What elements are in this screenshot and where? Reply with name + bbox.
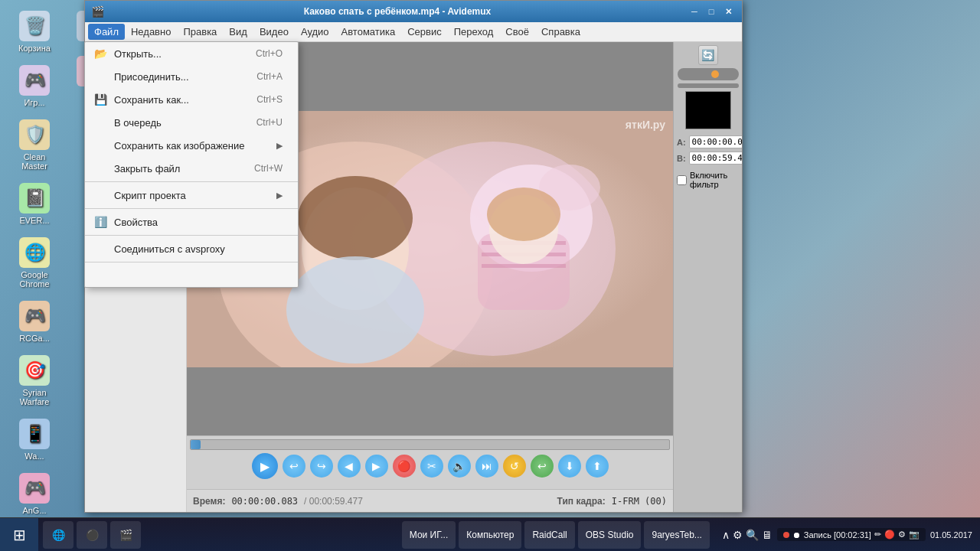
seek-slider[interactable]	[678, 83, 739, 88]
record-btn-icon[interactable]: ⏺	[792, 530, 801, 540]
desktop-icon-trash[interactable]: 🗑️ Корзина	[8, 8, 61, 56]
menu-video[interactable]: Видео	[253, 24, 295, 40]
frame-type: I-FRM (00)	[612, 496, 667, 507]
ab-controls: A: 00:00:00.000 B: 00:00:59.477 Включить…	[677, 135, 739, 189]
pencil-icon[interactable]: ✏	[874, 530, 881, 540]
cut-button[interactable]: ✂	[420, 455, 443, 478]
current-time: 00:00:00.083	[231, 496, 298, 507]
divider-1	[85, 181, 298, 182]
end-button[interactable]: ⏭	[475, 455, 498, 478]
rewind-button[interactable]: ↩	[283, 455, 305, 478]
point-a-time: 00:00:00.000	[689, 135, 742, 148]
menu-save-image[interactable]: Сохранить как изображение ▶	[85, 134, 298, 157]
camera-icon[interactable]: 📷	[909, 530, 920, 540]
close-button[interactable]: ✕	[720, 5, 736, 18]
filter-row: Включить фильтр	[677, 171, 739, 189]
mark-b-button[interactable]: ↩	[531, 455, 554, 478]
menu-bar: Файл Недавно Правка Вид Видео Аудио Авто…	[85, 22, 742, 42]
menu-open[interactable]: 📂 Открыть... Ctrl+O	[85, 42, 298, 65]
forward-button[interactable]: ↪	[310, 455, 333, 478]
chevron-icon[interactable]: ∧	[722, 529, 730, 541]
menu-help[interactable]: Справка	[535, 24, 586, 40]
seek-controls: 🔄	[677, 45, 739, 88]
desktop-icon-ang[interactable]: 🎮 AnG...	[8, 470, 61, 518]
taskbar-obs[interactable]: OBS Studio	[578, 521, 642, 549]
point-b-row: B: 00:00:59.477	[677, 152, 739, 165]
start-button[interactable]: ⊞	[0, 518, 38, 552]
desktop-icon-wa[interactable]: 📱 Wa...	[8, 416, 61, 464]
systray-icons: ∧ ⚙ 🔍 🖥	[722, 529, 773, 541]
timeline-area: ▶ ↩ ↪ ◀ ▶ 🔴 ✂ 🔈 ⏭ ↺ ↩ ⬇ ⬆	[187, 435, 673, 489]
close-file-icon	[93, 161, 108, 176]
menu-custom[interactable]: Своё	[499, 24, 535, 40]
menu-append[interactable]: Присоединить... Ctrl+A	[85, 65, 298, 88]
queue-icon	[93, 115, 108, 130]
taskbar-computer[interactable]: Компьютер	[459, 521, 521, 549]
point-b-time: 00:00:59.477	[689, 152, 742, 165]
menu-service[interactable]: Сервис	[401, 24, 448, 40]
menu-audio[interactable]: Аудио	[295, 24, 335, 40]
play-button[interactable]: ▶	[252, 453, 278, 479]
open-icon: 📂	[93, 46, 108, 61]
taskbar-raidcall[interactable]: RaidCall	[524, 521, 574, 549]
taskbar-yandex[interactable]: 🌐	[43, 521, 74, 549]
maximize-button[interactable]: □	[704, 5, 719, 18]
menu-avsproxy[interactable]: Соединиться с avsproxy	[85, 237, 298, 260]
menu-view[interactable]: Вид	[223, 24, 253, 40]
taskbar-clock: 01.05.2017	[930, 530, 972, 540]
minimize-button[interactable]: ─	[687, 5, 702, 18]
preview-box	[685, 91, 731, 129]
desktop-icon-cleanmaster[interactable]: 🛡️ Clean Master	[8, 116, 61, 174]
clock-date: 01.05.2017	[930, 530, 972, 540]
mark-a-button[interactable]: 🔴	[393, 455, 416, 478]
audio-button[interactable]: 🔈	[448, 455, 471, 478]
menu-auto[interactable]: Автоматика	[335, 24, 402, 40]
window-icon: 🎬	[91, 5, 103, 18]
filter-label: Включить фильтр	[690, 171, 739, 189]
taskbar-9aryes[interactable]: 9aryesTeb...	[644, 521, 709, 549]
menu-queue[interactable]: В очередь Ctrl+U	[85, 111, 298, 134]
menu-file[interactable]: Файл	[88, 24, 125, 40]
prev-frame-button[interactable]: ◀	[338, 455, 361, 478]
menu-edit[interactable]: Правка	[177, 24, 223, 40]
record-active-icon: 🔴	[884, 530, 895, 540]
save-image-icon	[93, 138, 108, 153]
desktop-icon-rcga[interactable]: 🎮 RCGa...	[8, 298, 61, 346]
point-b-label: B:	[677, 154, 686, 163]
status-bar: Время: 00:00:00.083 / 00:00:59.477 Тип к…	[187, 489, 673, 512]
menu-goto[interactable]: Переход	[448, 24, 500, 40]
save-icon: 💾	[93, 92, 108, 107]
search-systray-icon[interactable]: 🔍	[746, 529, 759, 541]
menu-quit[interactable]	[85, 264, 298, 287]
menu-close[interactable]: Закрыть файл Ctrl+W	[85, 157, 298, 180]
time-separator: / 00:00:59.477	[304, 496, 363, 507]
controls-row: ▶ ↩ ↪ ◀ ▶ 🔴 ✂ 🔈 ⏭ ↺ ↩ ⬇ ⬆	[190, 453, 670, 479]
taskbar-film-icon[interactable]: 🎬	[110, 521, 141, 549]
menu-project-script[interactable]: Скрипт проекта ▶	[85, 184, 298, 207]
desktop-icon-games[interactable]: 🎮 Игр...	[8, 62, 61, 110]
filter-checkbox[interactable]	[677, 175, 687, 185]
monitor-systray-icon[interactable]: 🖥	[762, 529, 773, 541]
film-icon: 🎬	[118, 527, 133, 543]
time-label: Время:	[193, 496, 225, 507]
desktop-icon-syrian[interactable]: 🎯 Syrian Warfare	[8, 352, 61, 409]
taskbar-recording-icon[interactable]: ⚫	[77, 521, 107, 549]
title-bar: 🎬 Каково спать с ребёнком.mp4 - Avidemux…	[85, 1, 742, 22]
menu-properties[interactable]: ℹ️ Свойства	[85, 210, 298, 233]
desktop-icon-evernote[interactable]: 📓 EVER...	[8, 180, 61, 228]
timeline-bar[interactable]	[190, 439, 670, 450]
seek-icon-button[interactable]: 🔄	[698, 45, 718, 65]
desktop-icon-chrome[interactable]: 🌐 Google Chrome	[8, 234, 61, 292]
taskbar-mygames[interactable]: Мои ИГ...	[402, 521, 456, 549]
next-frame-button[interactable]: ▶	[365, 455, 388, 478]
down-button[interactable]: ⬇	[558, 455, 581, 478]
desktop-icons-left: 🗑️ Корзина 🎮 Игр... 🛡️ Clean Master 📓 EV…	[8, 8, 61, 518]
record-systray-icon[interactable]: ⚙	[733, 529, 743, 541]
up-button[interactable]: ⬆	[586, 455, 609, 478]
menu-save-as[interactable]: 💾 Сохранить как... Ctrl+S	[85, 88, 298, 111]
divider-3	[85, 235, 298, 236]
seek-progress-bar[interactable]	[678, 68, 739, 80]
settings-icon[interactable]: ⚙	[898, 530, 906, 540]
menu-recent[interactable]: Недавно	[125, 24, 177, 40]
undo-button[interactable]: ↺	[503, 455, 526, 478]
